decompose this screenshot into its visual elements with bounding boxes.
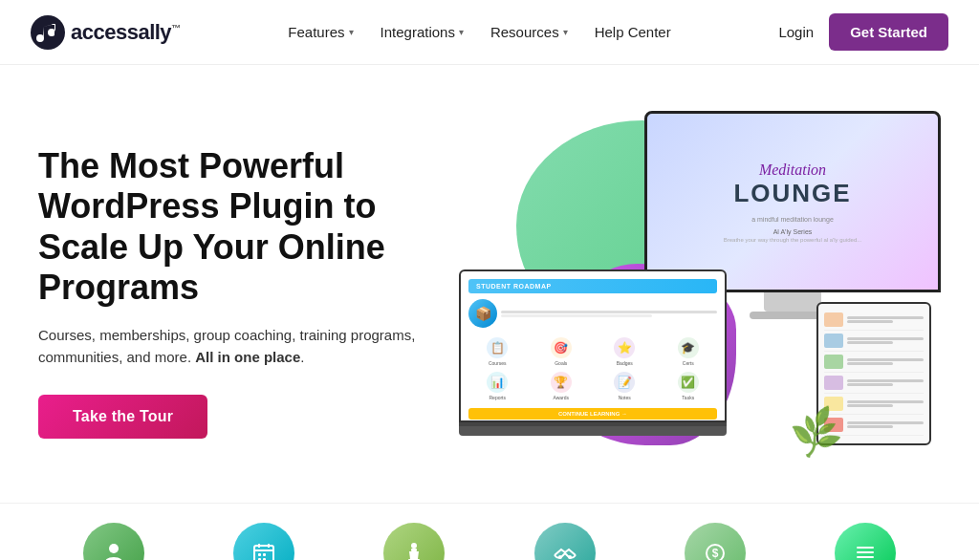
chevron-down-icon: ▾ <box>563 27 568 37</box>
take-tour-button[interactable]: Take the Tour <box>38 395 207 439</box>
feature-handshake <box>534 523 596 560</box>
svg-rect-7 <box>263 553 266 556</box>
laptop-icon: 🏆 Awards <box>533 372 591 400</box>
nav-integrations[interactable]: Integrations ▾ <box>381 24 464 40</box>
logo-link[interactable]: accessally™ <box>31 15 181 50</box>
nav-help-center[interactable]: Help Center <box>595 24 671 40</box>
svg-rect-18 <box>857 551 874 553</box>
hero-section: The Most Powerful WordPress Plugin to Sc… <box>0 65 979 503</box>
nav-features[interactable]: Features ▾ <box>288 24 353 40</box>
feature-list <box>835 523 896 560</box>
tablet-row <box>824 373 924 394</box>
chevron-down-icon: ▾ <box>459 27 464 37</box>
tablet-row <box>824 394 924 415</box>
laptop-icon: ⭐ Badges <box>596 337 654 366</box>
svg-rect-17 <box>857 547 874 549</box>
list-icon <box>835 523 896 560</box>
money-icon: $ <box>685 523 746 560</box>
login-button[interactable]: Login <box>778 24 814 40</box>
logo-icon <box>31 15 65 50</box>
svg-point-14 <box>568 555 572 559</box>
chevron-down-icon: ▾ <box>349 27 354 37</box>
feature-chess <box>383 523 445 560</box>
laptop-screen-header: Student Roadmap <box>468 279 717 293</box>
laptop-device: Student Roadmap 📦 📋 Courses <box>459 269 727 436</box>
monitor-stand <box>764 292 821 312</box>
hero-devices: Meditation LOUNGE a mindful meditation l… <box>440 111 941 474</box>
bottom-features: $ <box>0 503 979 560</box>
get-started-button[interactable]: Get Started <box>829 13 948 51</box>
laptop-icons-grid: 📋 Courses 🎯 Goals ⭐ Badges 🎓 <box>468 334 717 404</box>
svg-text:$: $ <box>712 547 719 560</box>
svg-rect-19 <box>857 556 874 558</box>
svg-rect-11 <box>411 549 417 551</box>
laptop-icon: 📝 Notes <box>596 372 654 400</box>
feature-user <box>83 523 144 560</box>
hero-title: The Most Powerful WordPress Plugin to Sc… <box>38 146 440 309</box>
tablet-row <box>824 352 924 373</box>
svg-point-13 <box>558 555 562 559</box>
feature-money: $ <box>685 523 746 560</box>
hero-left: The Most Powerful WordPress Plugin to Sc… <box>38 146 440 440</box>
hero-description: Courses, memberships, group coaching, tr… <box>38 325 440 368</box>
logo-text: accessally™ <box>71 20 181 45</box>
laptop-icon: 📋 Courses <box>468 337 527 366</box>
laptop-screen: Student Roadmap 📦 📋 Courses <box>459 269 727 422</box>
feature-calendar <box>233 523 294 560</box>
tablet-row <box>824 310 924 331</box>
calendar-icon <box>233 523 294 560</box>
navbar: accessally™ Features ▾ Integrations ▾ Re… <box>0 0 979 65</box>
svg-point-10 <box>411 543 417 549</box>
user-icon <box>83 523 144 560</box>
laptop-base <box>459 426 727 436</box>
laptop-icon: 🎓 Certs <box>660 337 718 366</box>
svg-rect-6 <box>258 553 261 556</box>
nav-actions: Login Get Started <box>778 13 948 51</box>
laptop-icon: 📊 Reports <box>468 372 527 400</box>
nav-resources[interactable]: Resources ▾ <box>490 24 568 40</box>
tablet-row <box>824 331 924 352</box>
nav-links: Features ▾ Integrations ▾ Resources ▾ He… <box>288 24 670 40</box>
laptop-icon: 🎯 Goals <box>533 337 591 366</box>
svg-rect-2 <box>254 546 273 560</box>
svg-point-1 <box>109 544 119 553</box>
monitor-screen: Meditation LOUNGE a mindful meditation l… <box>644 111 941 292</box>
laptop-icon: ✅ Tasks <box>660 372 718 400</box>
handshake-icon <box>534 523 596 560</box>
chess-icon <box>383 523 445 560</box>
